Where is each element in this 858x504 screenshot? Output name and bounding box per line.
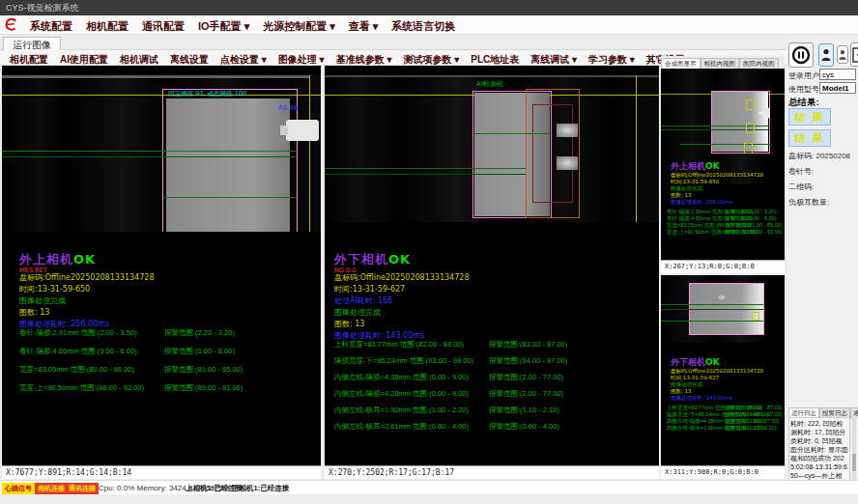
alarm-range: 报警范围:(2.00 - 77.00) [489, 389, 563, 406]
login-user-field[interactable] [819, 69, 856, 80]
menu-item[interactable]: 通讯配置 [135, 20, 191, 32]
result-ok-label: OK [705, 161, 720, 171]
time-label: 时间:13-31-59-650 [671, 179, 719, 185]
user-mode-button-active[interactable] [818, 43, 834, 67]
pause-button[interactable] [788, 42, 814, 68]
image-top-strip [325, 75, 659, 77]
time-label: 时间:13-31-59-627 [334, 284, 405, 294]
pixel-coords-readout: X:270;Y:2502;R:17;G:17;B:17 [325, 465, 659, 479]
model-field[interactable] [819, 82, 856, 94]
window-title: CYS-视觉检测系统 [6, 3, 79, 13]
measure-line-green-3 [661, 321, 763, 322]
measurement-row: 内侧左线-极耳=1.90mm 范围:(1.00 - 2.20)报警范围:(1.1… [667, 425, 783, 432]
cell-region [712, 92, 768, 152]
right-view-tab[interactable]: 面阵内视图 [739, 58, 779, 69]
barcode-label: 盘标码:Offline20250208133134728 [19, 272, 154, 283]
measurement-row: 宽度-上=90.50mm 范围:(88.00 - 92.00)报警范围:(89.… [667, 229, 783, 236]
log-output: 耗时: 222, 凹陷检测耗时: 17, 凹陷分类耗时: 0, 凹陷视图分区耗时… [788, 417, 850, 489]
alarm-range: 报警范围:(1.10 - 2.10) [725, 425, 777, 432]
app-logo-icon [4, 17, 18, 32]
toolbar-button[interactable]: 基准线参数 ▾ [330, 54, 398, 65]
alarm-range: 报警范围:(2.00 - 77.00) [489, 373, 563, 389]
inspect-box-yellow-2 [746, 123, 755, 133]
alarm-range: 报警范围:(0.60 - 4.00) [489, 422, 559, 438]
measure-line-green-2 [661, 309, 763, 310]
measurement-row: 上料宽度=83.77mm 范围:(82.00 - 88.00)报警范围:(83.… [667, 405, 783, 411]
right-view-tab[interactable]: 合成图显示 [661, 58, 701, 69]
measurement-row: 内侧左线-极耳=1.90mm 范围:(1.00 - 2.20)报警范围:(1.1… [334, 406, 655, 422]
time-label: 时间:13-31-59-627 [671, 375, 719, 381]
exit-button[interactable] [850, 42, 858, 67]
alarm-range: 报警范围:(81.00 - 85.00) [725, 222, 783, 229]
camera-panel-composite-2: 外下相机OK 盘标码:Offline20250208133134728 时间:1… [661, 275, 785, 479]
menu-item[interactable]: 光源控制配置 ▾ [256, 20, 342, 32]
alarm-range: 报警范围:(94.00 - 97.00) [725, 411, 783, 418]
alarm-range: 报警范围:(89.00 - 91.00) [164, 383, 243, 402]
measurement-row: 卷针-隔膜:4.60mm 范围:(3.00 - 6.00)报警范围:(0.00 … [667, 215, 783, 222]
measurement-list: 卷针-隔膜:2.91mm 范围:(2.00 - 3.50)报警范围:(2.20 … [667, 209, 783, 236]
alarm-range: 报警范围:(2.20 - 3.20) [725, 209, 777, 215]
measurement-value: 卷针-隔膜:4.60mm 范围:(3.00 - 6.00) [667, 215, 725, 222]
pause-icon [791, 45, 811, 65]
barcode-label: 盘标码:Offline20250208133134728 [671, 368, 763, 375]
baseline-yellow-vertical [636, 75, 637, 222]
toolbar-button[interactable]: 测试项参数 ▾ [397, 54, 465, 65]
connector-clip-tail [280, 126, 288, 135]
menu-item[interactable]: 系统配置 [23, 20, 79, 32]
alarm-range: 报警范围:(83.00 - 87.00) [725, 405, 783, 411]
toolbar-button[interactable]: 相机配置 [4, 54, 54, 65]
reel-code-row: 盘标码: 20250208 [788, 151, 850, 161]
alarm-range: 报警范围:(81.00 - 85.00) [164, 365, 243, 383]
result-ok-label: OK [73, 252, 96, 266]
menu-item[interactable]: 系统语言切换 [385, 20, 462, 32]
toolbar-button[interactable]: PLC地址表 [465, 54, 525, 65]
time-label: 时间:13-31-59-650 [19, 284, 90, 294]
measurement-row: 内侧左线-隔膜=4.28mm 范围:(0.00 - 9.00)报警范围:(2.0… [334, 389, 655, 406]
control-sidebar: 登录用户: 使用型号: 总结果: 结 果 结 果 盘标码: 20250208 卷… [786, 37, 858, 479]
image-top-strip [2, 75, 309, 78]
menu-item[interactable]: 相机配置 [79, 20, 135, 32]
measurement-value: 宽度=83.05mm 范围:(80.00 - 86.00) [19, 365, 164, 383]
measurement-row: 卷针-隔膜:4.60mm 范围:(3.00 - 6.00)报警范围:(0.00 … [19, 347, 317, 365]
toolbar-button[interactable]: 图像处理 ▾ [272, 54, 330, 65]
elapsed-label: 图像处理耗时: 256.00ms [671, 199, 732, 206]
toolbar-button[interactable]: AI使用配置 [54, 54, 114, 65]
camera-name-label: 外上相机 [19, 252, 73, 266]
status-bar: 心跳信号 相机连接 通讯连接 Cpu: 0.0% Memory: 3424.41… [0, 480, 858, 494]
camera-image-upper[interactable]: 固定阈值:93, 动态阈值:100 R6.46 [2, 75, 321, 232]
measurement-value: 宽度-上=90.50mm 范围:(88.00 - 92.00) [667, 229, 725, 236]
toolbar-button[interactable]: 离线设置 [164, 54, 214, 65]
measurement-list: 卷针-隔膜:2.91mm 范围:(2.00 - 3.50)报警范围:(2.20 … [19, 328, 317, 402]
measurement-value: 内侧左线-隔膜=4.38mm 范围:(0.00 - 9.00) [667, 418, 725, 425]
process-status-label: 图像处理完成 [334, 307, 381, 318]
measurement-row: 宽度=83.05mm 范围:(80.00 - 86.00)报警范围:(81.00… [19, 365, 317, 383]
measurement-row: 隔膜宽度-下=95.24mm 范围:(93.00 - 98.00)报警范围:(9… [667, 411, 783, 418]
ai-elapsed-label: 处理AI耗时: 166 [334, 295, 392, 306]
toolbar-button[interactable]: 学习参数 ▾ [583, 54, 641, 65]
right-view-tabs: 合成图显示相机内视图面阵内视图 [661, 56, 785, 69]
barcode-label: 盘标码:Offline20250208133134728 [671, 172, 763, 179]
measure-line-green-3 [474, 133, 550, 134]
log-scrollbar[interactable] [852, 417, 856, 489]
result-box-upper: 结 果 [788, 108, 831, 126]
measurement-row: 隔膜宽度-下=95.24mm 范围:(93.00 - 98.00)报警范围:(9… [334, 356, 655, 373]
camera-image-composite-2[interactable] [661, 275, 785, 343]
right-view-tab[interactable]: 相机内视图 [701, 58, 740, 69]
menu-item[interactable]: IO手配置 ▾ [191, 20, 256, 32]
lower-camera-status: 下相机1:已经连接 [232, 484, 289, 493]
measure-line-green-2 [325, 174, 526, 175]
comm-connect-badge: 通讯连接 [66, 483, 99, 494]
inspect-box-yellow [752, 312, 759, 321]
toolbar-button[interactable]: 离线调试 ▾ [525, 54, 583, 65]
log-scrollbar-thumb[interactable] [852, 454, 856, 471]
camera-image-lower[interactable]: AI检测框 [325, 75, 659, 222]
measure-line-green-3 [680, 144, 770, 145]
user-switch-button[interactable] [837, 45, 848, 64]
toolbar-button[interactable]: 相机调试 [114, 54, 164, 65]
measurement-value: 宽度=83.05mm 范围:(80.00 - 86.00) [667, 222, 725, 229]
camera-name-label: 外下相机 [671, 357, 705, 367]
pixel-coords-readout: X:311;Y:980;R:0;G:0;B:0 [661, 465, 785, 479]
toolbar-button[interactable]: 点检设置 ▾ [214, 54, 272, 65]
measurement-row: 内侧左线-极耳=2.61mm 范围:(0.60 - 4.00)报警范围:(0.6… [334, 422, 655, 438]
menu-item[interactable]: 查看 ▾ [342, 20, 386, 32]
